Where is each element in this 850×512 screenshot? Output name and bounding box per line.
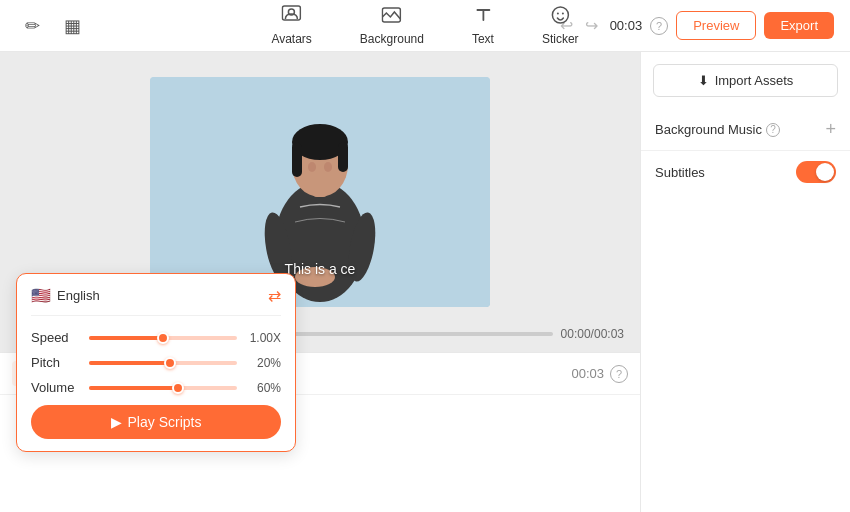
volume-handle[interactable] [172, 382, 184, 394]
sticker-icon [550, 5, 570, 30]
svg-rect-12 [338, 142, 348, 172]
export-button[interactable]: Export [764, 12, 834, 39]
toolbar-right: ↩ ↪ 00:03 ? Preview Export [556, 11, 834, 40]
current-time: 00:03 [610, 18, 643, 33]
volume-label: Volume [31, 380, 81, 395]
flag-icon: 🇺🇸 [31, 286, 51, 305]
background-music-label: Background Music ? [655, 122, 780, 137]
pitch-row: Pitch 20% [31, 355, 281, 370]
grid-icon: ▦ [64, 15, 81, 37]
speed-track[interactable] [89, 336, 237, 340]
help-icon[interactable]: ? [650, 17, 668, 35]
volume-value: 60% [245, 381, 281, 395]
script-help-icon[interactable]: ? [610, 365, 628, 383]
import-label: Import Assets [715, 73, 794, 88]
video-time: 00:00/00:03 [561, 327, 624, 341]
adjust-icon[interactable]: ⇄ [268, 286, 281, 305]
svg-point-5 [562, 13, 564, 15]
pitch-label: Pitch [31, 355, 81, 370]
script-area: AI Script AI Translation [0, 352, 640, 512]
svg-point-14 [324, 162, 332, 172]
avatars-icon [282, 5, 302, 30]
play-scripts-icon: ▶ [111, 414, 122, 430]
edit-tool-button[interactable]: ✏ [16, 10, 48, 42]
nav-text[interactable]: Text [464, 1, 502, 50]
subtitles-label: Subtitles [655, 165, 705, 180]
import-assets-button[interactable]: ⬇ Import Assets [653, 64, 838, 97]
background-icon [382, 5, 402, 30]
pitch-handle[interactable] [164, 357, 176, 369]
pitch-value: 20% [245, 356, 281, 370]
svg-point-4 [557, 13, 559, 15]
volume-track[interactable] [89, 386, 237, 390]
ai-translation-popup: 🇺🇸 English ⇄ Speed 1.00X Pitch [16, 273, 296, 452]
svg-point-13 [308, 162, 316, 172]
toolbar-nav: Avatars Background Text [263, 1, 586, 50]
import-icon: ⬇ [698, 73, 709, 88]
volume-row: Volume 60% [31, 380, 281, 395]
language-selector[interactable]: 🇺🇸 English [31, 286, 100, 305]
speed-label: Speed [31, 330, 81, 345]
nav-background[interactable]: Background [352, 1, 432, 50]
svg-rect-11 [292, 142, 302, 177]
video-subtitle: This is a ce [285, 261, 356, 277]
text-icon [473, 5, 493, 30]
nav-background-label: Background [360, 32, 424, 46]
preview-button[interactable]: Preview [676, 11, 756, 40]
subtitles-toggle[interactable] [796, 161, 836, 183]
bg-music-help[interactable]: ? [766, 123, 780, 137]
subtitles-section: Subtitles [641, 151, 850, 193]
toolbar: ✏ ▦ Avatars Background [0, 0, 850, 52]
script-time: 00:03 [571, 366, 604, 381]
edit-icon: ✏ [25, 15, 40, 37]
speed-fill [89, 336, 163, 340]
volume-fill [89, 386, 178, 390]
speed-row: Speed 1.00X [31, 330, 281, 345]
script-time-area: 00:03 ? [571, 365, 628, 383]
toolbar-left: ✏ ▦ [16, 10, 88, 42]
nav-avatars-label: Avatars [271, 32, 311, 46]
background-music-section: Background Music ? + [641, 109, 850, 151]
language-row: 🇺🇸 English ⇄ [31, 286, 281, 316]
nav-text-label: Text [472, 32, 494, 46]
play-scripts-label: Play Scripts [128, 414, 202, 430]
language-label: English [57, 288, 100, 303]
nav-avatars[interactable]: Avatars [263, 1, 319, 50]
nav-sticker-label: Sticker [542, 32, 579, 46]
speed-handle[interactable] [157, 332, 169, 344]
grid-tool-button[interactable]: ▦ [56, 10, 88, 42]
pitch-track[interactable] [89, 361, 237, 365]
pitch-fill [89, 361, 170, 365]
right-panel: ⬇ Import Assets Background Music ? + Sub… [640, 52, 850, 512]
toggle-knob [816, 163, 834, 181]
speed-value: 1.00X [245, 331, 281, 345]
center-area: This is a ce ▶ 00:00/00:03 [0, 52, 640, 512]
play-scripts-button[interactable]: ▶ Play Scripts [31, 405, 281, 439]
nav-sticker[interactable]: Sticker [534, 1, 587, 50]
main-content: This is a ce ▶ 00:00/00:03 [0, 52, 850, 512]
add-music-button[interactable]: + [825, 119, 836, 140]
